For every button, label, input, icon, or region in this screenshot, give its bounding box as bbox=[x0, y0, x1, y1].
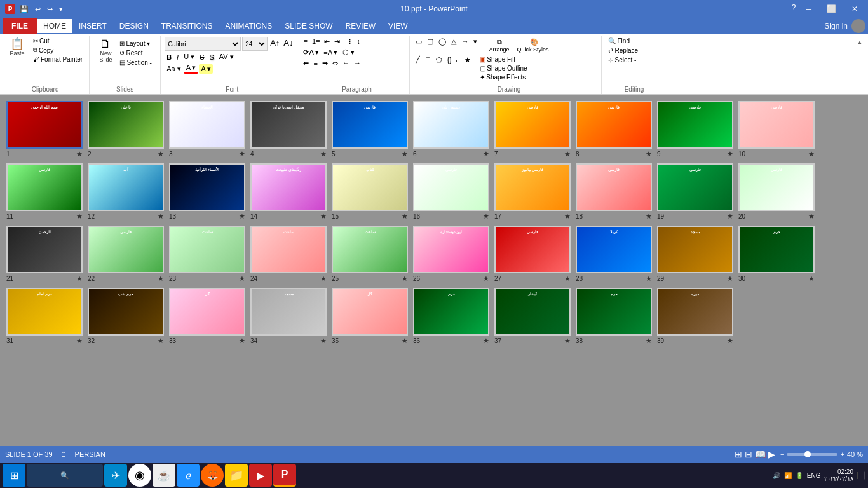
slide-item-23[interactable]: ساعت23★ bbox=[169, 226, 245, 283]
taskbar-firefox[interactable]: 🦊 bbox=[201, 464, 224, 487]
slide-thumb-37[interactable]: آبشار bbox=[494, 288, 571, 336]
cut-button[interactable]: ✂ Cut bbox=[31, 37, 85, 45]
convert-smartart-button[interactable]: ⬡ ▾ bbox=[341, 48, 356, 57]
slide-thumb-25[interactable]: ساعت bbox=[332, 226, 408, 273]
help-button[interactable]: ? bbox=[792, 3, 796, 15]
close-button[interactable]: ✕ bbox=[846, 3, 863, 15]
shape-oval[interactable]: ◯ bbox=[437, 37, 448, 54]
slide-item-37[interactable]: آبشار37★ bbox=[494, 288, 571, 345]
slide-item-6[interactable]: دستور زبان6★ bbox=[413, 101, 489, 158]
slide-item-12[interactable]: آب12★ bbox=[88, 163, 164, 220]
slide-thumb-39[interactable]: موزه bbox=[657, 288, 733, 336]
zoom-slider[interactable] bbox=[787, 453, 837, 456]
reading-view-button[interactable]: 📖 bbox=[755, 449, 766, 459]
slide-item-34[interactable]: مسجد34★ bbox=[250, 288, 327, 345]
slide-thumb-16[interactable]: فارسی bbox=[413, 163, 489, 211]
slide-item-39[interactable]: موزه39★ bbox=[657, 288, 733, 345]
tab-animations[interactable]: ANIMATIONS bbox=[219, 19, 278, 33]
italic-button[interactable]: I bbox=[175, 53, 180, 62]
save-qat[interactable]: 💾 bbox=[18, 4, 31, 15]
bullets-button[interactable]: ≡ bbox=[301, 37, 309, 46]
align-left-button[interactable]: ⬅ bbox=[301, 58, 311, 68]
slide-item-31[interactable]: حرم امام31★ bbox=[6, 288, 83, 345]
slideshow-view-button[interactable]: ▶ bbox=[768, 449, 775, 459]
customize-qat[interactable]: ▾ bbox=[57, 4, 65, 15]
replace-button[interactable]: ⇄ Replace bbox=[606, 46, 657, 55]
increase-font-button[interactable]: A↑ bbox=[269, 37, 281, 51]
taskbar-java[interactable]: ☕ bbox=[153, 464, 175, 487]
show-desktop-button[interactable]: ▕ bbox=[857, 472, 865, 479]
slide-item-27[interactable]: فارسی27★ bbox=[494, 226, 571, 283]
zoom-in-button[interactable]: + bbox=[840, 451, 844, 458]
layout-button[interactable]: ⊞ Layout ▾ bbox=[117, 39, 154, 48]
columns-button[interactable]: ⫶ bbox=[346, 37, 354, 46]
shape-effects-button[interactable]: ✦ Shape Effects bbox=[477, 73, 529, 81]
redo-qat[interactable]: ↪ bbox=[45, 4, 55, 15]
tab-transitions[interactable]: TRANSITIONS bbox=[155, 19, 219, 33]
font-size-select[interactable]: 24 bbox=[242, 37, 268, 51]
slide-thumb-13[interactable]: الأسماء القرآنية bbox=[169, 163, 245, 211]
file-tab[interactable]: FILE bbox=[3, 18, 37, 34]
slide-item-5[interactable]: فارسی5★ bbox=[332, 101, 408, 158]
sound-icon[interactable]: 🔊 bbox=[773, 472, 780, 479]
shape-outline-button[interactable]: ▢ Shape Outline bbox=[477, 64, 529, 72]
slide-thumb-23[interactable]: ساعت bbox=[169, 226, 245, 273]
taskbar-chrome[interactable]: ◉ bbox=[128, 464, 151, 487]
slide-thumb-18[interactable]: فارسی bbox=[576, 163, 652, 211]
decrease-font-button[interactable]: A↓ bbox=[282, 37, 294, 51]
slide-thumb-8[interactable]: فارسی bbox=[576, 101, 652, 149]
taskbar-ie[interactable]: ℯ bbox=[177, 464, 200, 487]
slide-thumb-3[interactable]: الأسماء bbox=[169, 101, 245, 149]
slide-thumb-31[interactable]: حرم امام bbox=[6, 288, 83, 336]
taskbar-search[interactable]: 🔍 bbox=[27, 464, 103, 487]
slide-thumb-11[interactable]: فارسی bbox=[6, 163, 83, 211]
shape-triangle[interactable]: △ bbox=[449, 37, 458, 54]
shape-pentagon[interactable]: ⬠ bbox=[434, 55, 444, 81]
slide-thumb-34[interactable]: مسجد bbox=[250, 288, 327, 336]
slide-item-26[interactable]: این دوستداره26★ bbox=[413, 226, 489, 283]
slide-item-13[interactable]: الأسماء القرآنية13★ bbox=[169, 163, 245, 220]
slide-thumb-1[interactable]: بسم الله الرحمن bbox=[6, 101, 83, 149]
slide-thumb-10[interactable]: فارسی bbox=[738, 101, 815, 149]
slide-item-1[interactable]: بسم الله الرحمن1★ bbox=[6, 101, 83, 158]
slide-item-22[interactable]: فارسی22★ bbox=[88, 226, 164, 283]
shape-bracket[interactable]: {} bbox=[445, 55, 453, 81]
slide-item-14[interactable]: رنگ‌های طبیعت14★ bbox=[250, 163, 327, 220]
slide-item-18[interactable]: فارسی18★ bbox=[576, 163, 652, 220]
slide-item-11[interactable]: فارسی11★ bbox=[6, 163, 83, 220]
slide-thumb-5[interactable]: فارسی bbox=[332, 101, 408, 149]
tab-slideshow[interactable]: SLIDE SHOW bbox=[278, 19, 339, 33]
sign-in-button[interactable]: Sign in bbox=[824, 22, 848, 30]
align-text-button[interactable]: ≡A ▾ bbox=[322, 48, 339, 57]
slide-thumb-24[interactable]: ساعت bbox=[250, 226, 327, 273]
slide-item-28[interactable]: کربلا28★ bbox=[576, 226, 652, 283]
slide-item-19[interactable]: فارسی19★ bbox=[657, 163, 733, 220]
shape-connector[interactable]: ⌒ bbox=[423, 55, 433, 81]
bold-button[interactable]: B bbox=[165, 53, 173, 62]
slide-thumb-9[interactable]: فارسی bbox=[657, 101, 733, 149]
slide-thumb-32[interactable]: حرم شب bbox=[88, 288, 164, 336]
format-painter-button[interactable]: 🖌 Format Painter bbox=[31, 55, 85, 64]
notes-button[interactable]: 🗒 bbox=[60, 451, 67, 458]
center-button[interactable]: ≡ bbox=[311, 58, 319, 68]
tab-insert[interactable]: INSERT bbox=[72, 19, 113, 33]
find-button[interactable]: 🔍 Find bbox=[606, 37, 657, 45]
slide-item-29[interactable]: مسجد29★ bbox=[657, 226, 733, 283]
new-slide-button[interactable]: 🗋 NewSlide bbox=[95, 37, 116, 64]
slide-thumb-14[interactable]: رنگ‌های طبیعت bbox=[250, 163, 327, 211]
collapse-ribbon-button[interactable]: ▲ bbox=[854, 36, 865, 94]
start-button[interactable]: ⊞ bbox=[3, 464, 25, 487]
shape-more[interactable]: ▾ bbox=[471, 37, 479, 54]
font-color-button[interactable]: A ▾ bbox=[184, 63, 198, 74]
slide-sorter-button[interactable]: ⊟ bbox=[745, 449, 752, 459]
increase-indent-button[interactable]: ⇥ bbox=[332, 37, 342, 46]
slide-panel[interactable]: بسم الله الرحمن1★یا علی2★الأسماء3★محفل ا… bbox=[0, 95, 868, 446]
shape-round-rect[interactable]: ▢ bbox=[425, 37, 435, 54]
taskbar-media[interactable]: ▶ bbox=[249, 464, 272, 487]
slide-thumb-2[interactable]: یا علی bbox=[88, 101, 164, 149]
slide-thumb-6[interactable]: دستور زبان bbox=[413, 101, 489, 149]
slide-item-17[interactable]: فارسی بیاموز17★ bbox=[494, 163, 571, 220]
shape-brace[interactable]: ⌐ bbox=[454, 55, 462, 81]
tab-view[interactable]: VIEW bbox=[382, 19, 414, 33]
slide-thumb-12[interactable]: آب bbox=[88, 163, 164, 211]
